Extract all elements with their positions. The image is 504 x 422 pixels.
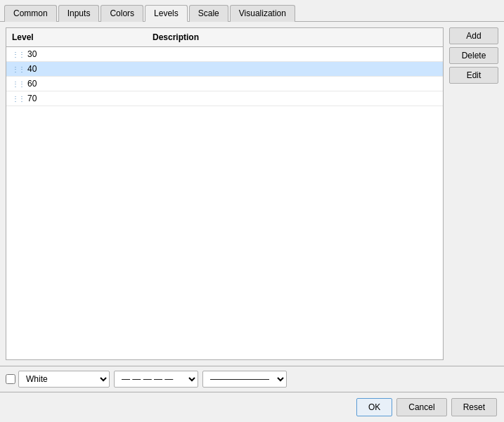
white-checkbox[interactable] bbox=[6, 374, 15, 384]
row-level-2: ⋮⋮60 bbox=[6, 77, 147, 91]
tab-common[interactable]: Common bbox=[4, 5, 57, 22]
color-dropdown[interactable]: White Black Red Green Blue bbox=[18, 371, 110, 388]
bottom-controls: White Black Red Green Blue — — — — — ———… bbox=[0, 366, 504, 392]
dash-dropdown[interactable]: — — — — — ———— – – – – bbox=[114, 371, 198, 388]
table-body: ⋮⋮30⋮⋮40⋮⋮60⋮⋮70 bbox=[6, 47, 443, 359]
table-row[interactable]: ⋮⋮60 bbox=[6, 77, 443, 91]
row-level-0: ⋮⋮30 bbox=[6, 47, 147, 61]
row-description-0 bbox=[147, 47, 443, 61]
tab-levels[interactable]: Levels bbox=[145, 5, 188, 22]
tab-colors[interactable]: Colors bbox=[101, 5, 143, 22]
delete-button[interactable]: Delete bbox=[449, 47, 498, 64]
level-value: 70 bbox=[27, 94, 37, 103]
content-area: Level Description ⋮⋮30⋮⋮40⋮⋮60⋮⋮70 Add D… bbox=[0, 22, 504, 366]
drag-handle-icon: ⋮⋮ bbox=[12, 80, 25, 88]
tab-inputs[interactable]: Inputs bbox=[58, 5, 100, 22]
level-value: 60 bbox=[27, 79, 37, 89]
tab-visualization[interactable]: Visualization bbox=[230, 5, 295, 22]
drag-handle-icon: ⋮⋮ bbox=[12, 95, 25, 103]
col-level-header: Level bbox=[6, 31, 147, 44]
table-row[interactable]: ⋮⋮30 bbox=[6, 47, 443, 62]
add-button[interactable]: Add bbox=[449, 27, 498, 44]
table-header: Level Description bbox=[6, 28, 443, 47]
checkbox-group: White Black Red Green Blue bbox=[6, 371, 110, 388]
table-row[interactable]: ⋮⋮70 bbox=[6, 91, 443, 106]
tab-bar: CommonInputsColorsLevelsScaleVisualizati… bbox=[0, 0, 504, 22]
edit-button[interactable]: Edit bbox=[449, 67, 498, 84]
dialog: CommonInputsColorsLevelsScaleVisualizati… bbox=[0, 0, 504, 422]
level-value: 40 bbox=[27, 64, 37, 74]
tab-scale[interactable]: Scale bbox=[189, 5, 228, 22]
cancel-button[interactable]: Cancel bbox=[396, 398, 446, 416]
table-row[interactable]: ⋮⋮40 bbox=[6, 62, 443, 77]
button-panel: Add Delete Edit bbox=[449, 27, 498, 360]
reset-button[interactable]: Reset bbox=[451, 398, 497, 416]
ok-button[interactable]: OK bbox=[356, 398, 392, 416]
drag-handle-icon: ⋮⋮ bbox=[12, 65, 25, 73]
level-value: 30 bbox=[27, 49, 37, 59]
row-level-1: ⋮⋮40 bbox=[6, 62, 147, 76]
row-level-3: ⋮⋮70 bbox=[6, 91, 147, 106]
table-container: Level Description ⋮⋮30⋮⋮40⋮⋮60⋮⋮70 bbox=[6, 27, 444, 360]
row-description-3 bbox=[147, 91, 443, 106]
col-description-header: Description bbox=[147, 31, 443, 44]
footer: OK Cancel Reset bbox=[0, 392, 504, 422]
row-description-2 bbox=[147, 77, 443, 91]
row-description-1 bbox=[147, 62, 443, 76]
line-dropdown[interactable]: ——————— – – – – · · · · · bbox=[202, 371, 287, 388]
drag-handle-icon: ⋮⋮ bbox=[12, 51, 25, 58]
